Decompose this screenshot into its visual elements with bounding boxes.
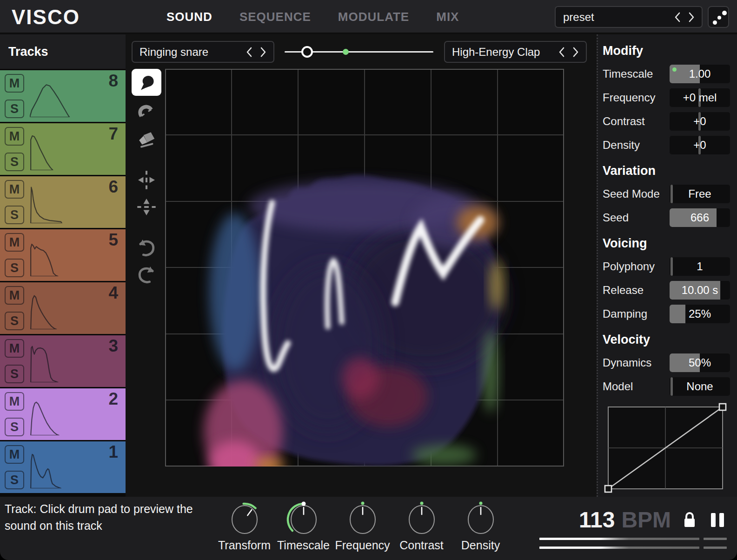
mute-button[interactable]: M [5,445,24,464]
preset-next-chevron-icon[interactable] [688,12,695,23]
track-row[interactable]: M S 2 [0,388,126,440]
tab-modulate[interactable]: MODULATE [338,10,409,24]
parameter-value: 1.00 [670,65,730,83]
tab-mix[interactable]: MIX [436,10,459,24]
morph-slider-handle[interactable] [301,46,313,58]
parameter-value: 1 [670,257,730,276]
track-row[interactable]: M S 8 [0,70,126,122]
mirror-horizontal-button[interactable] [132,167,161,193]
more-options-button[interactable] [708,6,729,28]
parameter-value-box[interactable]: 1.00 [670,65,730,83]
knob-contrast[interactable]: Contrast [392,500,451,552]
parameter-value-box[interactable]: None [670,377,730,396]
magnet-tool-button[interactable] [132,100,161,127]
track-row[interactable]: M S 4 [0,282,126,334]
curve-handle-high[interactable] [719,404,726,410]
curve-handle-low[interactable] [605,486,611,492]
solo-button[interactable]: S [5,471,24,489]
density-knob-dial[interactable] [461,500,500,538]
undo-button[interactable] [132,234,161,261]
knob-transform[interactable]: Transform [215,500,274,552]
solo-button[interactable]: S [5,312,24,330]
mirror-vertical-button[interactable] [132,193,161,220]
solo-button[interactable]: S [5,206,24,224]
mute-button[interactable]: M [5,339,24,358]
pause-button[interactable] [711,513,724,527]
parameter-value-box[interactable]: +0 [670,112,730,131]
source-prev-chevron-icon[interactable] [246,47,253,58]
track-number: 7 [108,124,118,144]
parameter-value-box[interactable]: +0 mel [670,88,730,107]
timescale-knob-dial[interactable] [284,500,323,538]
track-envelope-shape [30,131,80,170]
parameter-value-box[interactable]: 10.00 s [670,281,730,300]
morph-source-name: Ringing snare [133,46,246,59]
knob-timescale[interactable]: Timescale [274,500,333,552]
target-prev-chevron-icon[interactable] [558,47,565,58]
parameter-value-box[interactable]: 666 [670,208,730,227]
redo-button[interactable] [132,261,161,288]
eraser-tool-button[interactable] [132,127,161,154]
parameter-value: Free [670,185,730,203]
solo-button[interactable]: S [5,259,24,277]
mirror-horizontal-icon [136,169,157,191]
mute-button[interactable]: M [5,286,24,305]
track-row[interactable]: M S 3 [0,335,126,387]
track-envelope-shape [30,343,80,382]
push-tool-button[interactable] [132,69,161,96]
frequency-knob-dial[interactable] [343,500,382,538]
parameter-value-box[interactable]: 1 [670,257,730,276]
solo-button[interactable]: S [5,153,24,171]
undo-icon [136,237,157,259]
solo-button[interactable]: S [5,418,24,436]
morph-slider[interactable] [285,41,433,63]
parameter-row: Release 10.00 s [603,281,730,300]
track-list: M S 8 M S 7 M S 6 M S 5 M S 4 M S 3 M S … [0,70,126,493]
solo-button[interactable]: S [5,100,24,118]
mute-button[interactable]: M [5,392,24,411]
parameter-value-box[interactable]: +0 [670,136,730,154]
mute-button[interactable]: M [5,233,24,252]
parameter-row: Density +0 [603,136,730,154]
preset-prev-chevron-icon[interactable] [674,12,681,23]
track-row[interactable]: M S 5 [0,229,126,281]
track-row[interactable]: M S 6 [0,176,126,228]
tab-sequence[interactable]: SEQUENCE [239,10,311,24]
sound-morph-canvas[interactable] [165,69,564,467]
top-bar: VISCO SOUNDSEQUENCEMODULATEMIX preset [0,0,737,33]
source-next-chevron-icon[interactable] [259,47,267,58]
tracks-panel-title: Tracks [0,34,126,69]
track-number: 6 [108,177,118,197]
velocity-curve-editor[interactable] [604,402,727,493]
knob-density[interactable]: Density [451,500,510,552]
bpm-value[interactable]: 113 [579,507,615,533]
mute-button[interactable]: M [5,127,24,146]
knob-frequency[interactable]: Frequency [333,500,392,552]
tempo-lock-icon[interactable] [682,512,697,528]
track-number: 5 [108,230,118,250]
tab-sound[interactable]: SOUND [166,10,212,24]
parameter-value-box[interactable]: Free [670,185,730,203]
solo-button[interactable]: S [5,365,24,383]
transform-knob-dial[interactable] [225,500,264,538]
preset-selector[interactable]: preset [555,6,703,28]
mute-button[interactable]: M [5,74,24,93]
parameter-label: Contrast [603,115,670,128]
contrast-knob-dial[interactable] [402,500,441,538]
target-next-chevron-icon[interactable] [572,47,579,58]
parameter-value-box[interactable]: 25% [670,305,730,323]
mute-button[interactable]: M [5,180,24,199]
parameter-value-box[interactable]: 50% [670,353,730,372]
track-row[interactable]: M S 7 [0,123,126,175]
parameter-value: 25% [670,305,730,323]
morph-target-selector[interactable]: High-Energy Clap [444,41,587,63]
parameter-value: +0 [670,136,730,154]
section-title: Voicing [603,236,730,251]
tempo-display[interactable]: 113 BPM [579,507,724,533]
track-number: 8 [108,71,118,91]
knob-label: Density [461,539,500,552]
visco-plugin-window: VISCO SOUNDSEQUENCEMODULATEMIX preset Tr… [0,0,737,560]
track-row[interactable]: M S 1 [0,441,126,493]
progress-meters [539,538,727,555]
morph-source-selector[interactable]: Ringing snare [132,41,274,63]
